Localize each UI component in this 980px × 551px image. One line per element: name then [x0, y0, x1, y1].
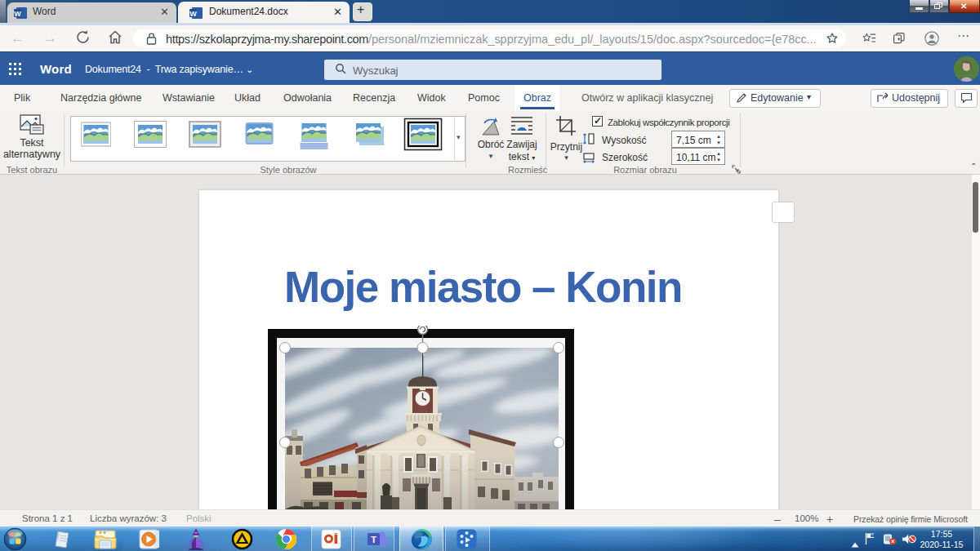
svg-text:T: T [371, 535, 376, 544]
svg-text:W: W [189, 10, 197, 18]
svg-text:W: W [14, 10, 21, 18]
